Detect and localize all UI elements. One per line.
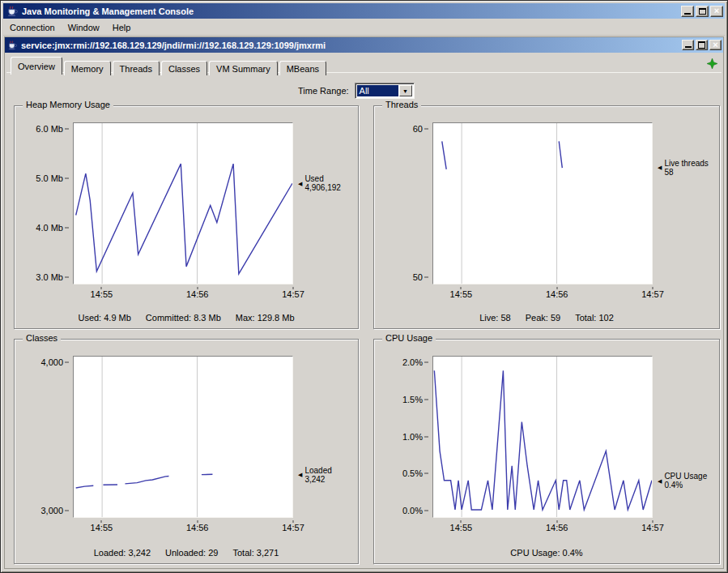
x-tick-mark	[197, 287, 198, 289]
connection-status-icon[interactable]	[707, 58, 717, 71]
y-tick-label: 1.0%	[402, 432, 423, 442]
green-status-icon	[707, 58, 717, 69]
threads-chart-svg	[433, 123, 652, 284]
y-axis: 6050	[377, 122, 429, 284]
chevron-down-icon: ▼	[402, 88, 408, 94]
inner-restore-button[interactable]	[696, 40, 708, 50]
x-tick-mark	[653, 520, 653, 523]
annotation-line: Live threads	[664, 159, 708, 168]
combo-dropdown-button[interactable]: ▼	[399, 85, 412, 96]
heap-memory-usage-panel: Heap Memory Usage 6.0 Mb5.0 Mb4.0 Mb3.0 …	[14, 105, 359, 329]
y-tick-mark	[65, 227, 69, 228]
window-controls: ×	[681, 6, 723, 17]
y-tick-mark	[65, 128, 69, 129]
series-line	[559, 141, 562, 168]
threads-chart-plot	[432, 122, 653, 284]
x-tick-label: 14:55	[91, 523, 113, 532]
y-tick-mark	[424, 473, 428, 474]
x-tick-label: 14:56	[186, 523, 209, 532]
classes-chart-plot	[73, 356, 293, 518]
mdi-client-area: service:jmx:rmi://192.168.129.129/jndi/r…	[4, 36, 724, 569]
annotation-line: Loaded	[304, 466, 331, 475]
time-range-value: All	[357, 85, 398, 96]
time-range-select[interactable]: All ▼	[355, 83, 415, 99]
annotation-text: Used4,906,192	[304, 174, 341, 192]
maximize-button[interactable]	[696, 6, 709, 17]
panel-title: CPU Usage	[382, 333, 436, 343]
y-tick-mark	[65, 511, 69, 511]
y-tick-label: 3,000	[40, 506, 63, 515]
y-tick-label: 5.0 Mb	[36, 173, 63, 183]
tab-bar: OverviewMemoryThreadsClassesVM SummaryMB…	[11, 57, 328, 73]
chart-stat: Max: 129.8 Mb	[236, 313, 295, 323]
minimize-button[interactable]	[681, 6, 694, 17]
chart-stat: Loaded: 3,242	[94, 548, 151, 558]
x-tick-label: 14:57	[282, 523, 304, 532]
y-tick-mark	[424, 362, 428, 363]
restore-icon	[696, 41, 707, 49]
y-axis: 4,0003,000	[18, 356, 70, 518]
menu-help[interactable]: Help	[106, 20, 138, 35]
y-tick-mark	[65, 276, 69, 277]
x-tick-mark	[461, 520, 462, 523]
annotation-text: CPU Usage0.4%	[664, 472, 707, 490]
maximize-icon	[699, 8, 706, 15]
menu-connection[interactable]: Connection	[3, 20, 62, 35]
menu-bar: ConnectionWindowHelp	[3, 19, 725, 36]
x-tick-mark	[101, 520, 102, 523]
overview-tab-content: Time Range: All ▼ Heap Memory Usage 6.0 …	[6, 72, 722, 567]
close-button[interactable]: ×	[710, 6, 723, 17]
x-tick-label: 14:55	[450, 289, 473, 299]
chart-footer: Live: 58Peak: 59Total: 102	[374, 313, 719, 323]
inner-minimize-button[interactable]	[682, 40, 694, 50]
heap-chart-svg	[74, 123, 292, 284]
annotation-line: 58	[664, 168, 708, 177]
java-icon	[6, 5, 19, 17]
x-tick-label: 14:55	[450, 523, 473, 532]
x-tick-label: 14:56	[186, 289, 209, 299]
series-line	[125, 476, 168, 483]
connection-window-controls: ×	[682, 40, 722, 50]
y-tick-mark	[424, 277, 428, 278]
annotation-line: CPU Usage	[664, 472, 707, 481]
time-range-label: Time Range:	[298, 86, 349, 96]
x-axis: 14:5514:5614:57	[432, 520, 653, 533]
y-tick-label: 4.0 Mb	[36, 223, 63, 233]
tab-threads[interactable]: Threads	[113, 61, 160, 75]
series-line	[434, 370, 652, 510]
panel-title: Threads	[382, 100, 421, 109]
series-line	[76, 164, 292, 274]
y-tick-label: 0.0%	[402, 506, 423, 515]
x-tick-mark	[653, 287, 653, 289]
heap-chart-plot	[73, 122, 293, 284]
x-tick-mark	[556, 520, 557, 523]
tab-overview[interactable]: Overview	[11, 57, 62, 75]
cpu-chart-svg	[433, 357, 652, 517]
y-tick-label: 60	[413, 124, 423, 134]
chart-stat: Total: 102	[575, 313, 614, 323]
main-titlebar: Java Monitoring & Management Console ×	[3, 3, 725, 19]
tab-classes[interactable]: Classes	[161, 61, 207, 75]
y-tick-mark	[424, 129, 428, 130]
x-tick-mark	[101, 287, 102, 289]
menu-window[interactable]: Window	[62, 20, 106, 35]
chart-footer: Used: 4.9 MbCommitted: 8.3 MbMax: 129.8 …	[15, 313, 358, 323]
inner-close-button[interactable]: ×	[709, 40, 722, 50]
panel-title: Heap Memory Usage	[23, 100, 113, 109]
tab-mbeans[interactable]: MBeans	[279, 61, 326, 75]
chart-stat: Peak: 59	[526, 313, 560, 323]
tab-vm-summary[interactable]: VM Summary	[209, 61, 278, 75]
y-tick-label: 0.5%	[402, 468, 423, 478]
chart-stat: Committed: 8.3 Mb	[146, 313, 221, 323]
annotation-line: 4,906,192	[304, 183, 341, 192]
left-arrow-icon: ◀	[298, 470, 302, 479]
x-tick-label: 14:55	[91, 289, 113, 299]
tab-memory[interactable]: Memory	[64, 61, 111, 75]
connection-window-title: service:jmx:rmi://192.168.129.129/jndi/r…	[21, 41, 682, 50]
cpu-usage-panel: CPU Usage 2.0%1.5%1.0%0.5%0.0% 14:5514:5…	[373, 339, 720, 564]
minimize-icon	[684, 13, 691, 15]
y-tick-label: 6.0 Mb	[36, 124, 63, 134]
x-tick-mark	[461, 287, 462, 289]
close-icon: ×	[714, 6, 719, 15]
chart-annotation: ◀ Live threads58	[658, 159, 709, 177]
